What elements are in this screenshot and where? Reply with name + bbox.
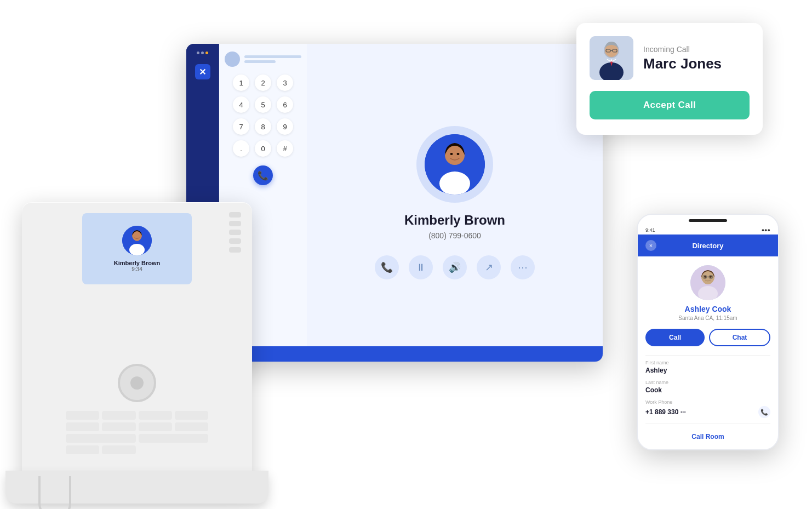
phone-body: Kimberly Brown 9:34 xyxy=(22,202,252,487)
mobile-header: × Directory xyxy=(638,235,778,256)
mobile-app: 9:41 ●●● × Directory xyxy=(637,214,779,450)
call-action-buttons: 📞 ⏸ 🔊 ↗ ⋯ xyxy=(375,255,535,279)
incoming-call-card: Incoming Call Marc Jones Accept Call xyxy=(576,23,763,135)
incoming-call-info: Incoming Call Marc Jones xyxy=(643,45,722,72)
mobile-first-name-field: First name Ashley xyxy=(645,360,770,374)
mobile-close-button[interactable]: × xyxy=(645,240,656,251)
mobile-action-buttons: Call Chat xyxy=(645,329,770,346)
phone-side-buttons xyxy=(229,212,241,253)
call-contact-name: Kimberly Brown xyxy=(404,213,505,228)
svg-point-11 xyxy=(450,153,453,155)
call-action-mute[interactable]: ⏸ xyxy=(409,255,433,279)
call-contact-phone: (800) 799-0600 xyxy=(428,231,481,240)
mobile-call-button[interactable]: Call xyxy=(645,329,705,346)
kimberly-avatar-image xyxy=(425,134,485,195)
dialpad-name-line xyxy=(244,55,301,58)
mobile-call-room-button[interactable]: Call Room xyxy=(645,428,770,443)
mobile-chat-button[interactable]: Chat xyxy=(709,329,770,346)
dialpad-key-1[interactable]: 1 xyxy=(233,75,249,91)
dialpad-key-9[interactable]: 9 xyxy=(277,118,293,135)
call-action-speaker[interactable]: 🔊 xyxy=(443,255,467,279)
phone-side-btn-3[interactable] xyxy=(229,230,241,235)
sidebar-dot-orange xyxy=(205,52,208,54)
mobile-contact-location: Santa Ana CA, 11:15am xyxy=(678,315,737,321)
svg-point-21 xyxy=(704,276,706,278)
dialpad-key-6[interactable]: 6 xyxy=(277,96,293,113)
svg-point-16 xyxy=(133,231,141,241)
mobile-last-name-field: Last name Cook xyxy=(645,380,770,394)
mobile-notch-bar xyxy=(689,219,727,222)
mobile-last-name-label: Last name xyxy=(645,380,770,385)
dialpad-key-3[interactable]: 3 xyxy=(277,75,293,91)
phone-avatar-image xyxy=(122,226,152,255)
phone-keypad xyxy=(66,364,208,454)
mobile-time: 9:41 xyxy=(645,227,655,233)
phone-key-7[interactable] xyxy=(139,422,172,431)
phone-screen-time: 9:34 xyxy=(131,266,142,272)
mobile-header-title: Directory xyxy=(692,242,723,250)
call-main-area: Kimberly Brown (800) 799-0600 📞 ⏸ 🔊 ↗ ⋯ xyxy=(307,44,603,362)
mobile-notch xyxy=(638,215,778,226)
phone-side-btn-5[interactable] xyxy=(229,247,241,253)
call-action-transfer[interactable]: ↗ xyxy=(477,255,501,279)
call-action-more[interactable]: ⋯ xyxy=(511,255,535,279)
dialpad-key-2[interactable]: 2 xyxy=(255,75,271,91)
svg-point-22 xyxy=(710,276,712,278)
incoming-call-name: Marc Jones xyxy=(643,56,722,72)
phone-key-8[interactable] xyxy=(175,422,208,431)
dialpad-key-8[interactable]: 8 xyxy=(255,118,271,135)
mobile-phone-icon[interactable]: 📞 xyxy=(758,406,770,418)
dialpad-grid: 1 2 3 4 5 6 7 8 9 . 0 # xyxy=(233,75,293,157)
phone-nav-button[interactable] xyxy=(118,364,156,402)
dialpad-key-hash[interactable]: # xyxy=(277,140,293,157)
phone-nav-inner xyxy=(130,376,144,390)
phone-key-10[interactable] xyxy=(102,445,135,454)
dialpad-key-7[interactable]: 7 xyxy=(233,118,249,135)
accept-call-button[interactable]: Accept Call xyxy=(590,91,750,119)
dialpad-key-0[interactable]: 0 xyxy=(255,140,271,157)
phone-screen-avatar xyxy=(122,226,152,255)
phone-key-wide-1[interactable] xyxy=(66,434,136,443)
sidebar-dots xyxy=(197,52,208,54)
dialpad-key-4[interactable]: 4 xyxy=(233,96,249,113)
phone-screen-name: Kimberly Brown xyxy=(114,260,160,266)
dialpad-status-line xyxy=(244,60,276,63)
dialpad-key-5[interactable]: 5 xyxy=(255,96,271,113)
dialpad-user-avatar xyxy=(225,52,240,67)
caller-avatar-image xyxy=(590,36,633,80)
phone-key-9[interactable] xyxy=(66,445,99,454)
mobile-contact-header: Ashley Cook Santa Ana CA, 11:15am xyxy=(645,265,770,321)
phone-key-1[interactable] xyxy=(66,411,99,420)
phone-key-5[interactable] xyxy=(66,422,99,431)
mobile-last-name-value: Cook xyxy=(645,386,770,394)
mobile-status-bar: 9:41 ●●● xyxy=(638,226,778,235)
incoming-call-header: Incoming Call Marc Jones xyxy=(590,36,750,80)
ashley-avatar-image xyxy=(690,265,725,300)
mobile-signal: ●●● xyxy=(762,227,770,233)
mobile-first-name-value: Ashley xyxy=(645,367,770,374)
phone-key-wide-2[interactable] xyxy=(139,434,209,443)
desk-phone: Kimberly Brown 9:34 xyxy=(22,202,252,487)
svg-point-10 xyxy=(446,146,464,164)
phone-key-6[interactable] xyxy=(102,422,135,431)
dialpad-call-button[interactable]: 📞 xyxy=(253,165,273,185)
dialpad-avatar-row xyxy=(225,52,301,67)
phone-side-btn-2[interactable] xyxy=(229,221,241,226)
phone-key-2[interactable] xyxy=(102,411,135,420)
sidebar-x-logo[interactable]: ✕ xyxy=(195,64,210,79)
phone-cord xyxy=(38,476,71,509)
phone-side-btn-1[interactable] xyxy=(229,212,241,218)
phone-key-3[interactable] xyxy=(139,411,172,420)
mobile-work-phone-field: Work Phone +1 889 330 ··· 📞 xyxy=(645,399,770,418)
svg-point-15 xyxy=(129,244,145,255)
mobile-contact-name: Ashley Cook xyxy=(685,305,731,313)
call-contact-avatar-outer xyxy=(416,126,493,203)
phone-side-btn-4[interactable] xyxy=(229,238,241,244)
phone-key-4[interactable] xyxy=(175,411,208,420)
dialpad-user-info xyxy=(244,55,301,63)
sidebar-dot-1 xyxy=(197,52,199,54)
call-action-phone[interactable]: 📞 xyxy=(375,255,399,279)
dialpad-key-dot[interactable]: . xyxy=(233,140,249,157)
mobile-work-phone-value: +1 889 330 ··· xyxy=(645,408,686,416)
call-contact-avatar xyxy=(425,134,485,195)
